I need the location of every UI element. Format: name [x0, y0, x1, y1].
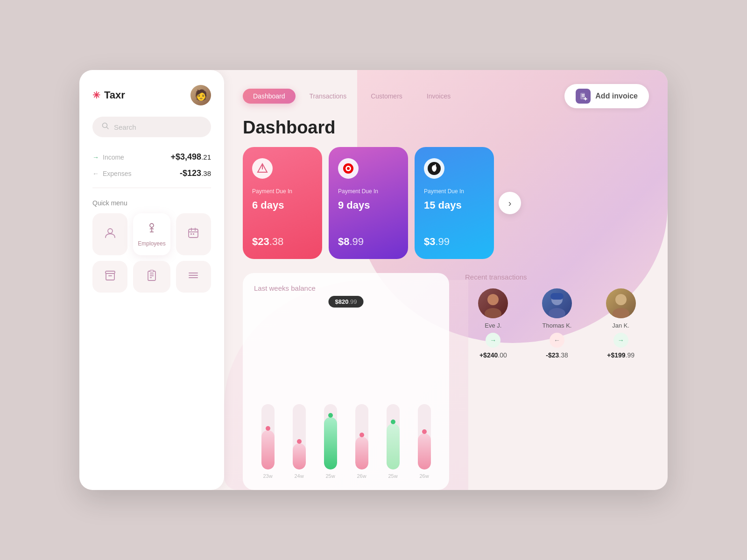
app-name: Taxr: [104, 89, 125, 101]
balance-tooltip: $820.99: [329, 296, 364, 308]
bar-col-6: 26w: [410, 404, 438, 479]
tab-customers[interactable]: Customers: [360, 89, 413, 104]
bar-dot-5: [391, 420, 395, 424]
search-placeholder: Search: [114, 123, 136, 131]
card-1-due-days: 6 days: [252, 199, 313, 211]
nav-tabs: Dashboard Transactions Customers Invoice…: [243, 89, 461, 104]
bar-label-6: 26w: [419, 473, 429, 479]
bar-track-2: [293, 404, 306, 469]
payment-card-1[interactable]: Payment Due In 6 days $23.38: [243, 147, 322, 259]
bar-track-6: [418, 404, 431, 469]
quick-menu-grid: Employees: [92, 213, 211, 293]
card-2-due-label: Payment Due In: [338, 188, 399, 195]
transaction-item-1: Eve J. → +$240.00: [465, 288, 521, 359]
bar-dot-4: [359, 433, 364, 437]
search-bar[interactable]: Search: [92, 117, 211, 137]
search-icon: [102, 122, 109, 132]
svg-rect-15: [106, 271, 115, 273]
svg-point-38: [485, 308, 501, 318]
bar-col-4: 26w: [348, 404, 375, 479]
svg-point-3: [150, 224, 154, 227]
payment-cards-row: Payment Due In 6 days $23.38: [224, 147, 668, 259]
payment-card-3[interactable]: Payment Due In 15 days $3.99: [415, 147, 494, 259]
finance-section: → Income +$3,498.21 ← Expenses -$123.38: [92, 148, 211, 188]
bar-fill-3: [324, 417, 337, 469]
txn-direction-3: →: [613, 333, 628, 348]
bar-track-5: [387, 404, 400, 469]
svg-line-1: [107, 127, 109, 129]
txn-amount-1: +$240.00: [479, 351, 507, 359]
svg-point-2: [108, 229, 113, 233]
tab-transactions[interactable]: Transactions: [299, 89, 357, 104]
card-logo-2: [338, 158, 359, 179]
tab-dashboard[interactable]: Dashboard: [243, 89, 296, 104]
clipboard-icon: [146, 269, 158, 284]
main-inner: Dashboard Transactions Customers Invoice…: [224, 70, 668, 490]
svg-point-36: [435, 164, 436, 166]
add-invoice-icon: [576, 89, 591, 104]
income-label-group: → Income: [92, 154, 124, 161]
add-invoice-label: Add invoice: [595, 92, 638, 100]
add-invoice-button[interactable]: Add invoice: [564, 84, 649, 108]
person-icon: [104, 227, 116, 242]
txn-avatar-1: [478, 288, 508, 318]
bar-label-2: 24w: [294, 473, 303, 479]
bar-fill-1: [261, 430, 275, 469]
balance-card: Last weeks balance $820.99: [243, 273, 449, 490]
bar-dot-3: [328, 413, 333, 418]
menu-item-archive[interactable]: [92, 261, 127, 293]
bar-track-3: [324, 404, 337, 469]
txn-avatar-3: [606, 288, 636, 318]
svg-rect-13: [190, 233, 192, 235]
income-arrow-icon: →: [92, 154, 99, 161]
card-2-due-days: 9 days: [338, 199, 399, 211]
card-1-amount: $23.38: [252, 236, 283, 247]
svg-rect-41: [550, 293, 564, 300]
menu-item-person[interactable]: [92, 213, 127, 255]
logo: ✳ Taxr: [92, 89, 125, 101]
svg-rect-21: [150, 270, 154, 272]
avatar[interactable]: 🧑: [190, 85, 211, 105]
card-1-due-label: Payment Due In: [252, 188, 313, 195]
balance-chart-area: $820.99 23w: [254, 300, 438, 479]
svg-point-40: [549, 308, 565, 318]
transaction-item-2: Thomas K. ← -$23.38: [529, 288, 585, 359]
svg-rect-14: [193, 233, 194, 235]
svg-point-37: [487, 294, 499, 305]
employees-label: Employees: [138, 240, 165, 247]
dashboard-title: Dashboard: [224, 118, 668, 147]
tab-invoices[interactable]: Invoices: [416, 89, 461, 104]
bar-col-1: 23w: [254, 404, 282, 479]
balance-title: Last weeks balance: [254, 284, 438, 292]
txn-name-2: Thomas K.: [543, 322, 572, 329]
income-value: +$3,498.21: [171, 152, 211, 162]
card-3-due-days: 15 days: [424, 199, 485, 211]
menu-item-clipboard[interactable]: [133, 261, 170, 293]
expense-arrow-icon: ←: [92, 170, 99, 177]
bar-fill-6: [418, 434, 431, 469]
next-cards-button[interactable]: ›: [499, 192, 521, 214]
payment-card-2[interactable]: Payment Due In 9 days $8.99: [329, 147, 408, 259]
card-2-amount: $8.99: [338, 236, 364, 247]
bar-fill-2: [293, 443, 306, 469]
top-nav: Dashboard Transactions Customers Invoice…: [224, 70, 668, 118]
quick-menu-section: Quick menu: [92, 199, 211, 293]
card-logo-1: [252, 158, 273, 179]
transaction-list: Eve J. → +$240.00: [465, 288, 649, 359]
expense-label: Expenses: [103, 170, 131, 177]
sidebar-header: ✳ Taxr 🧑: [92, 85, 211, 105]
svg-point-34: [347, 167, 350, 170]
bottom-section: Last weeks balance $820.99: [224, 259, 668, 490]
card-logo-3: [424, 158, 444, 179]
transactions-title: Recent transactions: [465, 273, 649, 281]
logo-icon: ✳: [92, 90, 100, 101]
menu-lines-icon: [187, 269, 199, 284]
menu-item-calendar[interactable]: [176, 213, 211, 255]
bar-label-5: 25w: [388, 473, 397, 479]
bar-label-1: 23w: [263, 473, 272, 479]
expense-row: ← Expenses -$123.38: [92, 168, 211, 178]
transaction-item-3: Jan K. → +$199.99: [592, 288, 649, 359]
menu-item-menu[interactable]: [176, 261, 211, 293]
menu-item-employees[interactable]: Employees: [133, 213, 170, 255]
card-3-amount: $3.99: [424, 236, 450, 247]
